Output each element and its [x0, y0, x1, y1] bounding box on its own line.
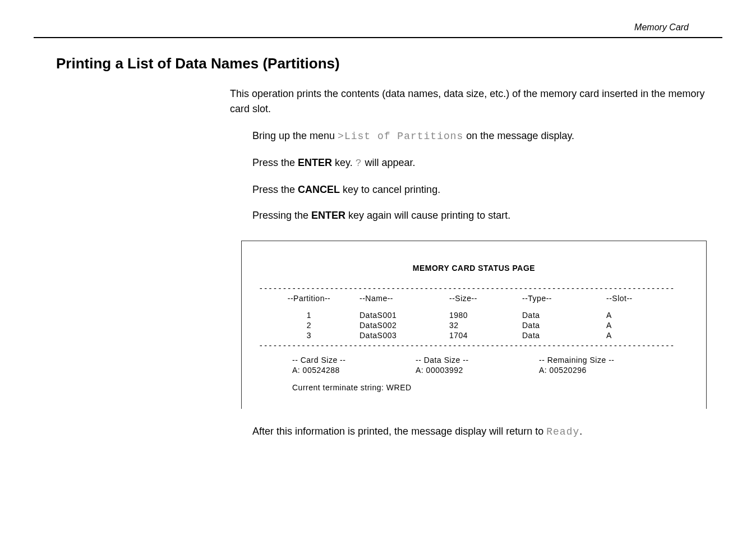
cell-type: Data [522, 311, 606, 320]
page-title: Printing a List of Data Names (Partition… [56, 55, 722, 72]
cell-partition: 1 [259, 311, 359, 320]
cell-slot: A [606, 311, 651, 320]
step-2-code: ? [356, 158, 362, 169]
enter-key-label-2: ENTER [311, 210, 345, 221]
footer-paragraph: After this information is printed, the m… [252, 426, 722, 437]
summary-values: A: 00524288 A: 00003992 A: 00520296 [292, 366, 689, 375]
cell-type: Data [522, 331, 606, 340]
step-2-mid: key. [332, 157, 356, 168]
step-3-pre: Press the [252, 184, 298, 195]
cell-partition: 2 [259, 321, 359, 330]
step-1-text: Bring up the menu [252, 130, 338, 141]
header-divider [34, 37, 722, 38]
enter-key-label: ENTER [298, 157, 332, 168]
cell-size: 1980 [449, 311, 522, 320]
step-4: Pressing the ENTER key again will cause … [252, 207, 722, 224]
cancel-key-label: CANCEL [298, 184, 340, 195]
table-header-row: --Partition-- --Name-- --Size-- --Type--… [259, 294, 689, 303]
divider-row: ----------------------------------------… [259, 284, 689, 293]
table-row: 2 DataS002 32 Data A [259, 321, 689, 330]
terminate-string: Current terminate string: WRED [292, 383, 689, 392]
step-1: Bring up the menu >List of Partitions on… [252, 128, 722, 145]
cell-size: 32 [449, 321, 522, 330]
col-header-name: --Name-- [359, 294, 449, 303]
col-header-slot: --Slot-- [606, 294, 651, 303]
footer-pre: After this information is printed, the m… [252, 426, 546, 437]
card-size-value: A: 00524288 [292, 366, 416, 375]
cell-name: DataS003 [359, 331, 449, 340]
cell-partition: 3 [259, 331, 359, 340]
printout-title: MEMORY CARD STATUS PAGE [259, 264, 689, 273]
cell-name: DataS001 [359, 311, 449, 320]
step-1-post: on the message display. [463, 130, 574, 141]
remaining-size-label: -- Remaining Size -- [539, 356, 662, 365]
remaining-size-value: A: 00520296 [539, 366, 662, 375]
cell-type: Data [522, 321, 606, 330]
divider-row: ----------------------------------------… [259, 341, 689, 350]
cell-slot: A [606, 331, 651, 340]
summary-labels: -- Card Size -- -- Data Size -- -- Remai… [292, 356, 689, 365]
cell-name: DataS002 [359, 321, 449, 330]
cell-slot: A [606, 321, 651, 330]
footer-post: . [579, 426, 582, 437]
step-1-code: >List of Partitions [338, 131, 463, 142]
step-2-post: will appear. [362, 157, 416, 168]
col-header-size: --Size-- [449, 294, 522, 303]
col-header-type: --Type-- [522, 294, 606, 303]
data-size-value: A: 00003992 [416, 366, 539, 375]
running-header: Memory Card [34, 22, 722, 37]
table-row: 3 DataS003 1704 Data A [259, 331, 689, 340]
card-size-label: -- Card Size -- [292, 356, 416, 365]
step-2: Press the ENTER key. ? will appear. [252, 155, 722, 172]
footer-code: Ready [546, 426, 579, 437]
printout-sample: MEMORY CARD STATUS PAGE ----------------… [241, 241, 707, 409]
cell-size: 1704 [449, 331, 522, 340]
intro-paragraph: This operation prints the contents (data… [230, 86, 722, 117]
step-4-post: key again will cause printing to start. [345, 210, 510, 221]
step-2-pre: Press the [252, 157, 298, 168]
step-4-pre: Pressing the [252, 210, 311, 221]
table-row: 1 DataS001 1980 Data A [259, 311, 689, 320]
col-header-partition: --Partition-- [259, 294, 359, 303]
data-size-label: -- Data Size -- [416, 356, 539, 365]
step-3: Press the CANCEL key to cancel printing. [252, 182, 722, 198]
step-3-post: key to cancel printing. [340, 184, 440, 195]
